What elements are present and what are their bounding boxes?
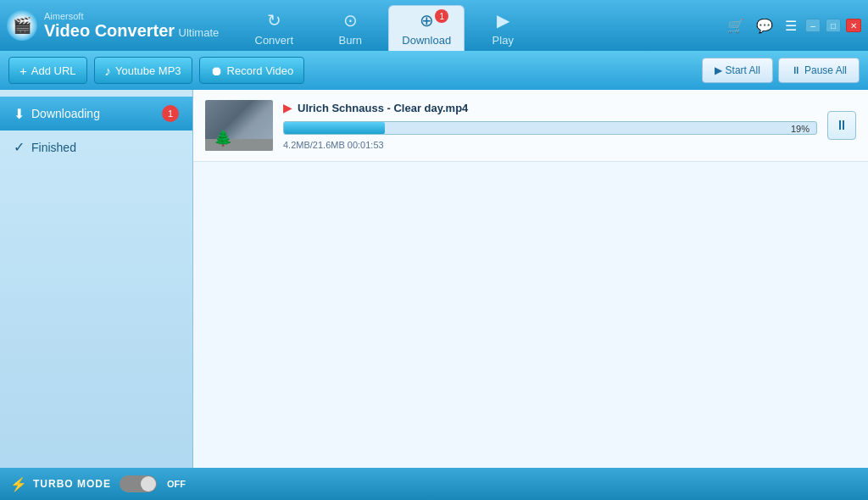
tab-play-label: Play [492, 34, 514, 47]
sidebar-item-finished[interactable]: ✓ Finished [0, 131, 192, 164]
youtube-mp3-button[interactable]: ♪ Youtube MP3 [94, 57, 192, 84]
pause-all-button[interactable]: ⏸ Pause All [778, 58, 860, 83]
chat-icon[interactable]: 💬 [753, 16, 776, 36]
tab-play[interactable]: ▶ Play [465, 5, 541, 51]
download-meta: 4.2MB/21.6MB 00:01:53 [283, 140, 817, 150]
finished-icon: ✓ [14, 139, 25, 155]
status-bar: ⚡ TURBO MODE OFF [0, 468, 868, 500]
tab-burn[interactable]: ⊙ Burn [312, 5, 388, 51]
play-tab-icon: ▶ [497, 10, 509, 31]
pause-all-label: Pause All [804, 64, 847, 76]
toolbar: + Add URL ♪ Youtube MP3 ⏺ Record Video ▶… [0, 51, 868, 90]
turbo-mode-label: ⚡ TURBO MODE [10, 476, 111, 492]
start-all-button[interactable]: ▶ Start All [702, 58, 773, 83]
add-url-label: Add URL [31, 64, 76, 77]
main-content: ⬇ Downloading 1 ✓ Finished 🌲 ▶ Ulrich Sc… [0, 90, 868, 468]
tab-download-label: Download [402, 34, 451, 47]
download-title: Ulrich Schnauss - Clear day.mp4 [298, 102, 468, 114]
sidebar-item-downloading[interactable]: ⬇ Downloading 1 [0, 97, 192, 131]
app-subtitle: Ultimate [179, 21, 220, 40]
youtube-mp3-label: Youtube MP3 [115, 64, 181, 77]
pause-download-button[interactable]: ⏸ [827, 111, 856, 140]
downloading-badge: 1 [162, 105, 179, 122]
turbo-toggle[interactable] [120, 475, 157, 492]
start-all-icon: ▶ [715, 64, 722, 76]
progress-percent: 19% [791, 122, 810, 136]
app-title: Video Converter [44, 21, 175, 40]
progress-bar-container: 19% [283, 121, 817, 135]
convert-icon: ↻ [267, 10, 281, 31]
thumbnail-tree: 🌲 [214, 129, 232, 147]
downloading-icon: ⬇ [14, 106, 25, 122]
add-url-icon: + [19, 64, 27, 78]
maximize-button[interactable]: □ [826, 19, 841, 32]
sidebar: ⬇ Downloading 1 ✓ Finished [0, 90, 193, 468]
cart-icon[interactable]: 🛒 [724, 16, 748, 36]
start-all-label: Start All [726, 64, 760, 76]
app-title-block: Aimersoft Video Converter Ultimate [44, 11, 219, 40]
title-bar-right: 🛒 💬 ☰ – □ ✕ [724, 16, 861, 36]
menu-icon[interactable]: ☰ [782, 16, 800, 36]
record-video-button[interactable]: ⏺ Record Video [199, 57, 305, 84]
download-info: ▶ Ulrich Schnauss - Clear day.mp4 19% 4.… [283, 101, 817, 150]
pause-icon: ⏸ [835, 118, 849, 133]
sidebar-finished-label: Finished [31, 141, 76, 154]
toggle-knob [141, 476, 156, 492]
turbo-text: TURBO MODE [33, 478, 111, 490]
tab-convert[interactable]: ↻ Convert [236, 5, 312, 51]
youtube-mp3-icon: ♪ [105, 64, 112, 78]
download-item: 🌲 ▶ Ulrich Schnauss - Clear day.mp4 19% … [193, 90, 868, 162]
minimize-button[interactable]: – [805, 19, 821, 32]
sidebar-downloading-label: Downloading [31, 107, 100, 120]
turbo-state-label: OFF [167, 479, 186, 489]
pause-all-icon: ⏸ [791, 64, 801, 76]
progress-bar-fill [284, 122, 385, 134]
youtube-source-icon: ▶ [283, 101, 292, 114]
download-icon: ⊕ [420, 10, 434, 31]
video-thumbnail: 🌲 [205, 100, 273, 151]
title-bar: 🎬 Aimersoft Video Converter Ultimate ↻ C… [0, 0, 868, 51]
close-button[interactable]: ✕ [846, 19, 861, 32]
tab-convert-label: Convert [255, 34, 294, 47]
tab-burn-label: Burn [339, 34, 362, 47]
download-badge: 1 [435, 9, 448, 23]
tab-download[interactable]: ⊕ 1 Download [388, 5, 465, 51]
toolbar-actions: ▶ Start All ⏸ Pause All [702, 58, 860, 83]
brand-label: Aimersoft [44, 11, 219, 21]
turbo-icon: ⚡ [10, 476, 28, 492]
add-url-button[interactable]: + Add URL [8, 57, 87, 84]
burn-icon: ⊙ [343, 10, 358, 31]
nav-tabs: ↻ Convert ⊙ Burn ⊕ 1 Download ▶ Play [236, 0, 541, 51]
download-title-row: ▶ Ulrich Schnauss - Clear day.mp4 [283, 101, 817, 114]
download-area: 🌲 ▶ Ulrich Schnauss - Clear day.mp4 19% … [193, 90, 868, 468]
record-video-label: Record Video [227, 64, 294, 77]
record-icon: ⏺ [210, 64, 223, 78]
app-logo: 🎬 [7, 10, 37, 41]
